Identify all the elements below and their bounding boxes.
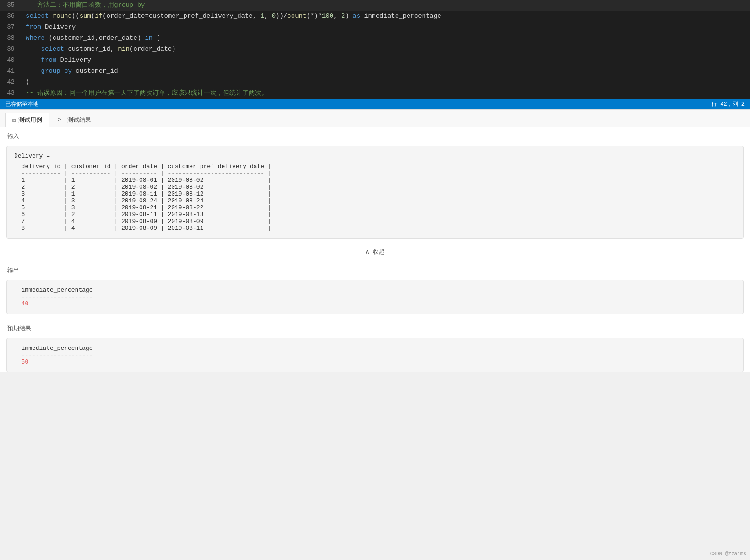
table-row: | 8 | 4 | 2019-08-09 | 2019-08-11 | (14, 225, 736, 232)
output-box: | immediate_percentage || --------------… (6, 280, 744, 314)
line-number: 40 (0, 55, 22, 65)
table-name: Delivery = (14, 152, 736, 159)
table-row: | 3 | 1 | 2019-08-11 | 2019-08-12 | (14, 190, 736, 197)
tab-0[interactable]: ☑测试用例 (5, 113, 49, 127)
checkbox-icon: ☑ (12, 117, 16, 124)
code-line-35: 35-- 方法二：不用窗口函数，用group by (0, 0, 750, 11)
line-number: 43 (0, 88, 22, 98)
table-row: | 4 | 3 | 2019-08-24 | 2019-08-24 | (14, 197, 736, 204)
output-value-red: 40 (22, 300, 29, 307)
terminal-icon: >_ (58, 117, 64, 123)
line-number: 41 (0, 66, 22, 76)
line-content: where (customer_id,order_date) in ( (22, 33, 164, 43)
status-left: 已存储至本地 (5, 100, 38, 108)
output-label: 输出 (0, 261, 750, 277)
output-separator: | -------------------- | (14, 294, 736, 300)
tab-1[interactable]: >_测试结果 (51, 113, 98, 127)
line-content: -- 方法二：不用窗口函数，用group by (22, 0, 148, 10)
expected-value-row: | 50 | (14, 359, 736, 365)
expected-value-red: 50 (22, 359, 29, 365)
line-content: from Delivery (22, 22, 79, 32)
line-content: -- 错误原因：同一个用户在第一天下了两次订单，应该只统计一次，但统计了两次。 (22, 88, 272, 98)
code-line-39: 39 select customer_id, min(order_date) (0, 44, 750, 55)
status-bar: 已存储至本地 行 42，列 2 (0, 99, 750, 109)
line-content: select round((sum(if(order_date=customer… (22, 11, 445, 21)
line-number: 42 (0, 77, 22, 87)
line-number: 39 (0, 44, 22, 54)
table-row: | 6 | 2 | 2019-08-11 | 2019-08-13 | (14, 211, 736, 218)
line-content: group by customer_id (22, 66, 122, 76)
output-section: 输出 | immediate_percentage || -----------… (0, 261, 750, 314)
line-content: from Delivery (22, 55, 95, 65)
line-number: 37 (0, 22, 22, 32)
tab-label: 测试结果 (67, 116, 91, 124)
expected-label: 预期结果 (0, 320, 750, 335)
tab-label: 测试用例 (18, 116, 42, 124)
expected-col-header: | immediate_percentage | (14, 345, 736, 352)
table-row: | 2 | 2 | 2019-08-02 | 2019-08-02 | (14, 184, 736, 190)
expected-box: | immediate_percentage || --------------… (6, 338, 744, 372)
code-line-36: 36select round((sum(if(order_date=custom… (0, 11, 750, 22)
line-content: ) (22, 77, 33, 87)
line-number: 35 (0, 0, 22, 10)
code-line-41: 41 group by customer_id (0, 66, 750, 77)
code-line-40: 40 from Delivery (0, 55, 750, 66)
test-panel: ☑测试用例>_测试结果 输入 Delivery =| delivery_id |… (0, 109, 750, 372)
input-label: 输入 (0, 127, 750, 143)
status-right: 行 42，列 2 (712, 100, 745, 108)
line-number: 36 (0, 11, 22, 21)
test-tabs: ☑测试用例>_测试结果 (0, 110, 750, 127)
line-number: 38 (0, 33, 22, 43)
output-value-row: | 40 | (14, 300, 736, 307)
input-table: Delivery =| delivery_id | customer_id | … (6, 146, 744, 239)
table-row: | 7 | 4 | 2019-08-09 | 2019-08-09 | (14, 218, 736, 225)
table-col-header: | delivery_id | customer_id | order_date… (14, 163, 736, 170)
code-line-37: 37from Delivery (0, 22, 750, 33)
table-separator: | ----------- | ----------- | ----------… (14, 170, 736, 177)
code-line-43: 43-- 错误原因：同一个用户在第一天下了两次订单，应该只统计一次，但统计了两次… (0, 88, 750, 99)
expected-separator: | -------------------- | (14, 352, 736, 359)
collapse-button[interactable]: ∧ 收起 (0, 244, 750, 260)
line-content: select customer_id, min(order_date) (22, 44, 179, 54)
table-row: | 5 | 3 | 2019-08-21 | 2019-08-22 | (14, 204, 736, 211)
output-col-header: | immediate_percentage | (14, 287, 736, 294)
code-line-42: 42) (0, 77, 750, 88)
table-row: | 1 | 1 | 2019-08-01 | 2019-08-02 | (14, 177, 736, 184)
code-line-38: 38where (customer_id,order_date) in ( (0, 33, 750, 44)
code-editor: 35-- 方法二：不用窗口函数，用group by36select round(… (0, 0, 750, 99)
expected-section: 预期结果 | immediate_percentage || ---------… (0, 320, 750, 372)
